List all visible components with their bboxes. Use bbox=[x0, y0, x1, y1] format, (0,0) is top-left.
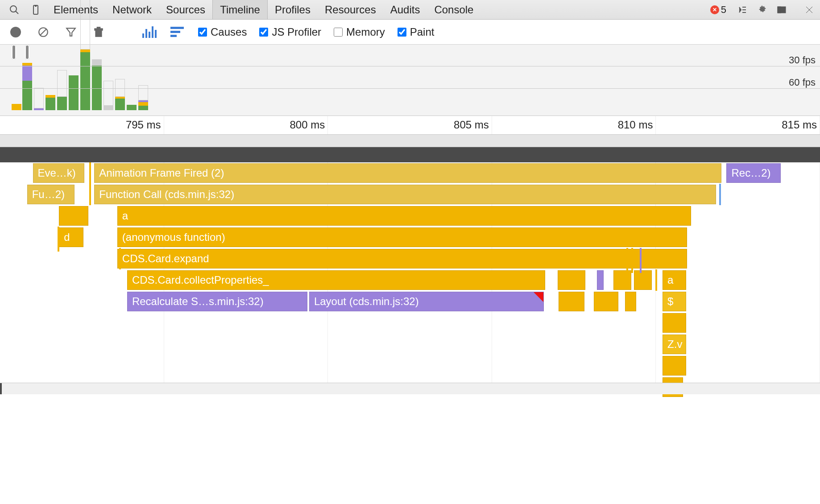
garbage-collect-icon[interactable] bbox=[92, 25, 105, 39]
dock-icon[interactable] bbox=[776, 4, 787, 15]
svg-rect-15 bbox=[96, 30, 102, 36]
flame-thin-bar bbox=[719, 184, 721, 205]
timeline-toolbar: CausesJS ProfilerMemoryPaint bbox=[0, 20, 820, 45]
flame-thin-bar bbox=[119, 248, 121, 269]
settings-gear-icon[interactable] bbox=[757, 4, 767, 15]
warning-icon bbox=[534, 292, 543, 302]
svg-line-13 bbox=[41, 29, 46, 35]
flame-block[interactable]: Function Call (cds.min.js:32) bbox=[94, 185, 716, 204]
flame-block[interactable]: Fu…2) bbox=[27, 185, 75, 204]
flame-block[interactable] bbox=[597, 270, 604, 290]
timeline-overview[interactable]: 30 fps60 fps bbox=[0, 45, 820, 116]
flame-block[interactable]: Rec…2) bbox=[726, 163, 780, 183]
flame-block[interactable]: Z.v bbox=[663, 335, 686, 354]
flame-thin-bar bbox=[89, 162, 91, 205]
checkbox-causes[interactable]: Causes bbox=[198, 26, 247, 38]
flame-block[interactable]: Eve…k) bbox=[33, 163, 85, 183]
flame-block[interactable]: Animation Frame Fired (2) bbox=[94, 163, 721, 183]
flame-block[interactable]: CDS.Card.collectProperties_ bbox=[127, 270, 545, 290]
bottom-strip bbox=[0, 383, 820, 394]
svg-rect-17 bbox=[97, 27, 100, 29]
close-icon[interactable] bbox=[804, 4, 815, 15]
ruler-tick: 800 ms bbox=[290, 119, 325, 131]
tab-audits[interactable]: Audits bbox=[383, 0, 427, 19]
checkbox-js-profiler[interactable]: JS Profiler bbox=[259, 26, 321, 38]
tab-resources[interactable]: Resources bbox=[318, 0, 383, 19]
flame-block[interactable] bbox=[613, 270, 631, 290]
tab-network[interactable]: Network bbox=[105, 0, 159, 19]
tab-profiles[interactable]: Profiles bbox=[268, 0, 318, 19]
filter-icon[interactable] bbox=[64, 25, 78, 39]
flame-block[interactable]: CDS.Card.expand bbox=[117, 249, 687, 269]
flame-block[interactable]: a bbox=[663, 270, 686, 290]
time-ruler[interactable]: 795 ms800 ms805 ms810 ms815 ms bbox=[0, 116, 820, 135]
ruler-tick: 805 ms bbox=[454, 119, 489, 131]
clear-icon[interactable] bbox=[37, 25, 50, 39]
error-icon bbox=[710, 5, 719, 14]
record-button[interactable] bbox=[9, 25, 22, 39]
separator-dark bbox=[0, 147, 820, 162]
overview-range-handle[interactable] bbox=[12, 45, 16, 60]
flame-block[interactable] bbox=[663, 356, 686, 376]
devtools-tabbar: ElementsNetworkSourcesTimelineProfilesRe… bbox=[0, 0, 820, 20]
view-flame-icon[interactable] bbox=[170, 25, 184, 39]
separator-light bbox=[0, 135, 820, 147]
flame-block[interactable] bbox=[594, 292, 618, 311]
tab-console[interactable]: Console bbox=[427, 0, 480, 19]
ruler-tick: 810 ms bbox=[618, 119, 653, 131]
error-count: 5 bbox=[721, 4, 726, 16]
view-bars-icon[interactable] bbox=[143, 25, 156, 39]
tab-sources[interactable]: Sources bbox=[159, 0, 212, 19]
svg-rect-9 bbox=[778, 7, 781, 13]
flame-block[interactable]: Recalculate S…s.min.js:32) bbox=[127, 292, 307, 311]
svg-point-0 bbox=[10, 6, 17, 12]
tab-elements[interactable]: Elements bbox=[46, 0, 105, 19]
flame-thin-bar bbox=[626, 248, 628, 273]
flame-block[interactable]: $ bbox=[663, 292, 686, 311]
flame-block[interactable]: Layout (cds.min.js:32) bbox=[309, 292, 544, 311]
flame-block[interactable]: d bbox=[59, 227, 83, 247]
flame-block[interactable] bbox=[663, 313, 686, 333]
error-counter[interactable]: 5 bbox=[710, 4, 726, 16]
flame-block[interactable] bbox=[558, 270, 585, 290]
ruler-tick: 795 ms bbox=[126, 119, 161, 131]
devtools-tabs: ElementsNetworkSourcesTimelineProfilesRe… bbox=[46, 0, 480, 19]
checkbox-memory[interactable]: Memory bbox=[334, 26, 385, 38]
device-icon[interactable] bbox=[29, 4, 42, 16]
checkbox-paint[interactable]: Paint bbox=[398, 26, 435, 38]
flame-block[interactable] bbox=[625, 292, 637, 311]
flame-block[interactable] bbox=[59, 206, 88, 226]
fps-label: 30 fps bbox=[789, 54, 816, 66]
svg-marker-14 bbox=[66, 28, 75, 36]
flame-thin-bar bbox=[631, 248, 633, 273]
flame-thin-bar bbox=[58, 227, 59, 252]
flame-thin-bar bbox=[655, 269, 657, 291]
flame-block[interactable]: (anonymous function) bbox=[117, 227, 687, 247]
flame-thin-bar bbox=[640, 248, 642, 273]
flame-block[interactable]: a bbox=[117, 206, 692, 226]
tab-timeline[interactable]: Timeline bbox=[212, 0, 268, 19]
drawer-toggle-icon[interactable] bbox=[737, 4, 748, 15]
search-icon[interactable] bbox=[8, 4, 21, 16]
flame-chart[interactable]: Eve…k)Animation Frame Fired (2)Rec…2)Fu…… bbox=[0, 162, 820, 394]
flame-block[interactable] bbox=[634, 270, 652, 290]
ruler-tick: 815 ms bbox=[782, 119, 817, 131]
svg-line-1 bbox=[16, 11, 18, 14]
fps-label: 60 fps bbox=[789, 77, 816, 88]
flame-block[interactable] bbox=[559, 292, 585, 311]
overview-range-handle[interactable] bbox=[25, 45, 29, 60]
